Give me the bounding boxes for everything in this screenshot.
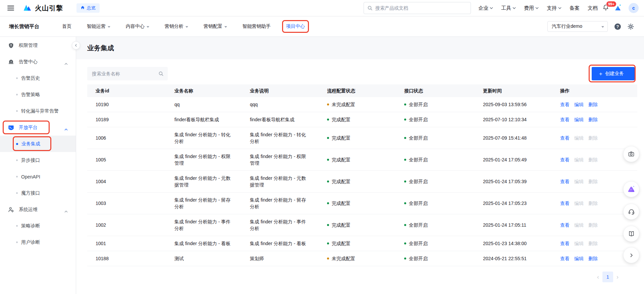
sidebar-item-async-api[interactable]: 异步接口 xyxy=(0,152,76,168)
delete-link[interactable]: 删除 xyxy=(588,135,598,141)
overview-button[interactable]: 总览 xyxy=(76,3,100,13)
edit-link[interactable]: 编辑 xyxy=(574,116,584,123)
nav-marketing-analysis[interactable]: 营销分析 xyxy=(165,23,188,29)
ai-helper-button[interactable] xyxy=(623,181,639,197)
home-icon xyxy=(80,5,85,11)
nav-home[interactable]: 首页 xyxy=(62,23,71,29)
view-link[interactable]: 查看 xyxy=(560,255,570,262)
global-search-input[interactable] xyxy=(364,2,471,14)
cell-flow-status: 完成配置 xyxy=(319,131,396,145)
delete-link[interactable]: 删除 xyxy=(588,222,598,228)
api-status-dot xyxy=(404,180,406,182)
sidebar-item-alert-history[interactable]: 告警历史 xyxy=(0,70,76,86)
view-link[interactable]: 查看 xyxy=(560,178,570,185)
view-link[interactable]: 查看 xyxy=(560,135,570,141)
edit-link[interactable]: 编辑 xyxy=(574,156,584,163)
cell-updated-time: 2025-07-10 12:10:34 xyxy=(475,112,552,127)
page-next-icon[interactable]: › xyxy=(616,274,619,280)
cell-business-id: 1005 xyxy=(87,152,166,167)
edit-link[interactable]: 编辑 xyxy=(574,240,584,247)
api-status-label: 全部开启 xyxy=(409,222,428,228)
view-link[interactable]: 查看 xyxy=(560,116,570,123)
edit-link[interactable]: 编辑 xyxy=(574,178,584,185)
table-row: 10190 qq qqq 未完成配置 全部开启 2025-09-03 13:59… xyxy=(87,97,637,112)
delete-link[interactable]: 删除 xyxy=(588,116,598,123)
delete-link[interactable]: 删除 xyxy=(588,101,598,108)
global-search xyxy=(364,2,471,14)
sidebar-item-open-platform[interactable]: 开放平台 xyxy=(0,119,76,136)
create-business-button[interactable]: + 创建业务 xyxy=(592,67,635,80)
menu-support[interactable]: 支持 xyxy=(547,5,561,11)
nav-smart-operation[interactable]: 智能运营 xyxy=(87,23,110,29)
delete-link[interactable]: 删除 xyxy=(588,156,598,163)
volcengine-logo[interactable]: 火山引擎 xyxy=(23,3,63,13)
nav-marketing-config[interactable]: 营销配置 xyxy=(204,23,227,29)
edit-link[interactable]: 编辑 xyxy=(574,255,584,262)
table-row: 1006 集成 finder 分析能力 - 转化分析 集成 finder 分析能… xyxy=(87,127,637,149)
panel-expand-button[interactable] xyxy=(623,247,639,263)
menu-enterprise[interactable]: 企业 xyxy=(478,5,493,11)
business-search-input[interactable] xyxy=(87,67,168,80)
view-link[interactable]: 查看 xyxy=(560,156,570,163)
delete-link[interactable]: 删除 xyxy=(588,255,598,262)
sidebar-item-permission-management[interactable]: 权限管理 xyxy=(0,37,76,54)
chevron-down-icon xyxy=(490,7,493,9)
flow-status-dot xyxy=(327,242,329,244)
settings-gear-icon[interactable] xyxy=(628,23,634,30)
edit-link[interactable]: 编辑 xyxy=(574,135,584,141)
delete-link[interactable]: 删除 xyxy=(588,200,598,207)
bullet-icon xyxy=(16,241,18,243)
screenshot-camera-button[interactable] xyxy=(623,146,639,162)
menu-docs[interactable]: 文档 xyxy=(588,5,598,11)
docs-book-button[interactable] xyxy=(623,226,639,242)
page-prev-icon[interactable]: ‹ xyxy=(597,274,599,280)
edit-link[interactable]: 编辑 xyxy=(574,101,584,108)
col-business-desc: 业务说明 xyxy=(241,87,319,94)
view-link[interactable]: 查看 xyxy=(560,101,570,108)
chevron-left-icon xyxy=(74,44,77,47)
menu-tools[interactable]: 工具 xyxy=(501,5,516,11)
cell-flow-status: 完成配置 xyxy=(319,218,396,232)
edit-link[interactable]: 编辑 xyxy=(574,222,584,228)
api-status-dot xyxy=(404,103,406,105)
sidebar-item-funnel-anomaly-alert[interactable]: 转化漏斗异常告警 xyxy=(0,103,76,119)
sidebar-item-business-integration[interactable]: 业务集成 xyxy=(0,136,76,152)
project-select[interactable]: 汽车行业demo xyxy=(547,21,608,32)
sidebar-item-alert-center[interactable]: 告警中心 xyxy=(0,54,76,70)
cell-business-desc: 集成 finder 分析能力 - 转化分析 xyxy=(241,127,319,149)
business-table: 业务id 业务名称 业务说明 流程配置状态 接口状态 更新时间 操作 10190… xyxy=(87,84,637,266)
cell-api-status: 全部开启 xyxy=(396,131,475,145)
nav-content-center[interactable]: 内容中心 xyxy=(126,23,149,29)
delete-link[interactable]: 删除 xyxy=(588,240,598,247)
sidebar-item-cube-api[interactable]: 魔方接口 xyxy=(0,185,76,201)
table-body: 10190 qq qqq 未完成配置 全部开启 2025-09-03 13:59… xyxy=(87,97,637,266)
delete-link[interactable]: 删除 xyxy=(588,178,598,185)
nav-project-center[interactable]: 项目中心 xyxy=(286,23,305,29)
cell-business-id: 1001 xyxy=(87,236,166,251)
sidebar-item-policy-diagnosis[interactable]: 策略诊断 xyxy=(0,218,76,234)
help-icon[interactable]: ? xyxy=(614,23,621,30)
menu-billing[interactable]: 费用 xyxy=(524,5,539,11)
page-number-current[interactable]: 1 xyxy=(602,272,613,282)
view-link[interactable]: 查看 xyxy=(560,222,570,228)
flow-status-label: 完成配置 xyxy=(332,240,351,247)
user-avatar[interactable]: c xyxy=(629,3,639,13)
customer-service-button[interactable] xyxy=(623,204,639,220)
view-link[interactable]: 查看 xyxy=(560,200,570,207)
view-link[interactable]: 查看 xyxy=(560,240,570,247)
menu-icp-filing[interactable]: 备案 xyxy=(570,5,580,11)
cell-business-id: 1004 xyxy=(87,174,166,189)
sidebar-item-system-ops[interactable]: 系统运维 xyxy=(0,201,76,218)
hamburger-menu-icon[interactable] xyxy=(7,6,14,10)
sidebar-item-alert-policy[interactable]: 告警策略 xyxy=(0,86,76,103)
chevron-down-icon xyxy=(535,7,539,9)
cell-business-name: 集成 finder 分析能力 - 转化分析 xyxy=(166,127,241,149)
sidebar-collapse-button[interactable] xyxy=(72,41,80,50)
sidebar-item-user-diagnosis[interactable]: 用户诊断 xyxy=(0,234,76,250)
sidebar-item-openapi[interactable]: OpenAPI xyxy=(0,168,76,185)
bullet-icon xyxy=(16,192,18,194)
nav-smart-marketing-assistant[interactable]: 智能营销助手 xyxy=(243,23,271,29)
notification-bell-button[interactable]: 99+ xyxy=(602,4,609,12)
flow-status-label: 完成配置 xyxy=(332,135,351,141)
edit-link[interactable]: 编辑 xyxy=(574,200,584,207)
